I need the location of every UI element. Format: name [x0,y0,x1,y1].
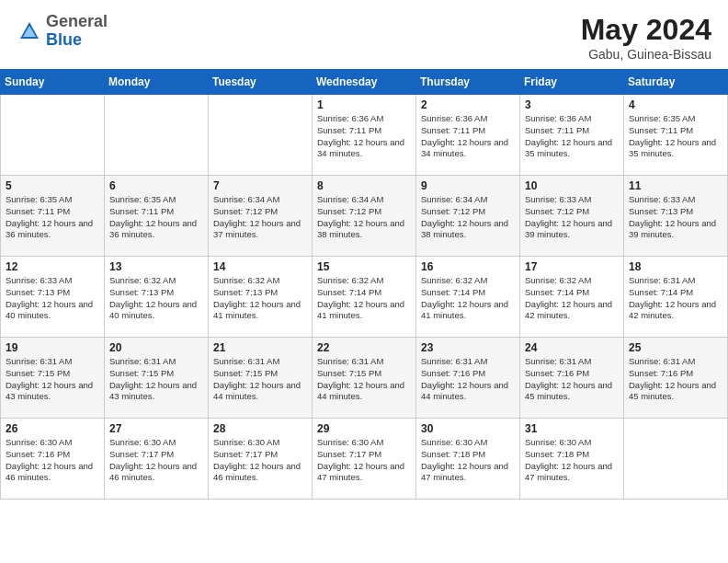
day-info: Sunrise: 6:35 AM Sunset: 7:11 PM Dayligh… [109,194,203,241]
day-info: Sunrise: 6:32 AM Sunset: 7:14 PM Dayligh… [525,275,619,322]
day-cell-24: 24Sunrise: 6:31 AM Sunset: 7:16 PM Dayli… [520,338,624,419]
day-info: Sunrise: 6:30 AM Sunset: 7:16 PM Dayligh… [6,437,99,484]
day-number: 19 [6,341,99,354]
day-number: 10 [525,179,619,192]
day-number: 14 [213,260,307,273]
day-cell-12: 12Sunrise: 6:33 AM Sunset: 7:13 PM Dayli… [1,257,105,338]
day-number: 24 [525,341,619,354]
day-number: 11 [629,179,722,192]
week-row-2: 5Sunrise: 6:35 AM Sunset: 7:11 PM Daylig… [1,176,728,257]
day-info: Sunrise: 6:30 AM Sunset: 7:17 PM Dayligh… [109,437,203,484]
empty-cell [1,95,105,176]
empty-cell [209,95,313,176]
day-cell-1: 1Sunrise: 6:36 AM Sunset: 7:11 PM Daylig… [313,95,416,176]
day-cell-27: 27Sunrise: 6:30 AM Sunset: 7:17 PM Dayli… [105,419,209,500]
day-info: Sunrise: 6:30 AM Sunset: 7:18 PM Dayligh… [525,437,619,484]
day-info: Sunrise: 6:32 AM Sunset: 7:14 PM Dayligh… [421,275,515,322]
day-cell-20: 20Sunrise: 6:31 AM Sunset: 7:15 PM Dayli… [105,338,209,419]
day-cell-17: 17Sunrise: 6:32 AM Sunset: 7:14 PM Dayli… [520,257,624,338]
day-cell-25: 25Sunrise: 6:31 AM Sunset: 7:16 PM Dayli… [624,338,728,419]
day-number: 8 [317,179,411,192]
day-info: Sunrise: 6:31 AM Sunset: 7:15 PM Dayligh… [6,356,99,403]
logo-general-text: General [46,12,108,30]
calendar-table: SundayMondayTuesdayWednesdayThursdayFrid… [0,69,728,500]
day-info: Sunrise: 6:34 AM Sunset: 7:12 PM Dayligh… [213,194,307,241]
day-number: 5 [6,179,99,192]
header-cell-sunday: Sunday [1,70,105,95]
day-info: Sunrise: 6:31 AM Sunset: 7:14 PM Dayligh… [629,275,722,322]
day-info: Sunrise: 6:32 AM Sunset: 7:13 PM Dayligh… [213,275,307,322]
day-number: 25 [629,341,722,354]
day-cell-14: 14Sunrise: 6:32 AM Sunset: 7:13 PM Dayli… [209,257,313,338]
week-row-5: 26Sunrise: 6:30 AM Sunset: 7:16 PM Dayli… [1,419,728,500]
day-info: Sunrise: 6:35 AM Sunset: 7:11 PM Dayligh… [6,194,99,241]
day-info: Sunrise: 6:31 AM Sunset: 7:16 PM Dayligh… [525,356,619,403]
day-number: 13 [109,260,203,273]
day-info: Sunrise: 6:31 AM Sunset: 7:16 PM Dayligh… [421,356,515,403]
day-cell-22: 22Sunrise: 6:31 AM Sunset: 7:15 PM Dayli… [313,338,416,419]
day-number: 12 [6,260,99,273]
day-cell-26: 26Sunrise: 6:30 AM Sunset: 7:16 PM Dayli… [1,419,105,500]
header-cell-friday: Friday [520,70,624,95]
day-cell-30: 30Sunrise: 6:30 AM Sunset: 7:18 PM Dayli… [416,419,520,500]
day-cell-16: 16Sunrise: 6:32 AM Sunset: 7:14 PM Dayli… [416,257,520,338]
day-info: Sunrise: 6:30 AM Sunset: 7:18 PM Dayligh… [421,437,515,484]
calendar-header: SundayMondayTuesdayWednesdayThursdayFrid… [1,70,728,95]
day-cell-19: 19Sunrise: 6:31 AM Sunset: 7:15 PM Dayli… [1,338,105,419]
day-cell-10: 10Sunrise: 6:33 AM Sunset: 7:12 PM Dayli… [520,176,624,257]
day-number: 17 [525,260,619,273]
day-cell-11: 11Sunrise: 6:33 AM Sunset: 7:13 PM Dayli… [624,176,728,257]
day-info: Sunrise: 6:30 AM Sunset: 7:17 PM Dayligh… [213,437,307,484]
day-number: 28 [213,422,307,435]
day-info: Sunrise: 6:32 AM Sunset: 7:14 PM Dayligh… [317,275,411,322]
week-row-1: 1Sunrise: 6:36 AM Sunset: 7:11 PM Daylig… [1,95,728,176]
day-number: 20 [109,341,203,354]
title-block: May 2024 Gabu, Guinea-Bissau [581,13,711,62]
day-cell-6: 6Sunrise: 6:35 AM Sunset: 7:11 PM Daylig… [105,176,209,257]
day-cell-5: 5Sunrise: 6:35 AM Sunset: 7:11 PM Daylig… [1,176,105,257]
day-cell-2: 2Sunrise: 6:36 AM Sunset: 7:11 PM Daylig… [416,95,520,176]
day-info: Sunrise: 6:36 AM Sunset: 7:11 PM Dayligh… [525,113,619,160]
day-info: Sunrise: 6:31 AM Sunset: 7:15 PM Dayligh… [109,356,203,403]
day-cell-9: 9Sunrise: 6:34 AM Sunset: 7:12 PM Daylig… [416,176,520,257]
calendar-title: May 2024 [581,13,711,47]
day-number: 9 [421,179,515,192]
day-info: Sunrise: 6:34 AM Sunset: 7:12 PM Dayligh… [421,194,515,241]
day-cell-15: 15Sunrise: 6:32 AM Sunset: 7:14 PM Dayli… [313,257,416,338]
day-cell-28: 28Sunrise: 6:30 AM Sunset: 7:17 PM Dayli… [209,419,313,500]
calendar-body: 1Sunrise: 6:36 AM Sunset: 7:11 PM Daylig… [1,95,728,500]
day-number: 29 [317,422,411,435]
day-number: 30 [421,422,515,435]
day-number: 7 [213,179,307,192]
day-number: 26 [6,422,99,435]
logo: General Blue [17,13,108,50]
day-number: 2 [421,98,515,111]
day-info: Sunrise: 6:36 AM Sunset: 7:11 PM Dayligh… [421,113,515,160]
day-cell-4: 4Sunrise: 6:35 AM Sunset: 7:11 PM Daylig… [624,95,728,176]
day-cell-3: 3Sunrise: 6:36 AM Sunset: 7:11 PM Daylig… [520,95,624,176]
day-info: Sunrise: 6:33 AM Sunset: 7:13 PM Dayligh… [629,194,722,241]
logo-icon [17,18,42,44]
day-cell-31: 31Sunrise: 6:30 AM Sunset: 7:18 PM Dayli… [520,419,624,500]
header-cell-tuesday: Tuesday [209,70,313,95]
day-number: 16 [421,260,515,273]
day-cell-29: 29Sunrise: 6:30 AM Sunset: 7:17 PM Dayli… [313,419,416,500]
day-number: 1 [317,98,411,111]
day-cell-13: 13Sunrise: 6:32 AM Sunset: 7:13 PM Dayli… [105,257,209,338]
day-cell-18: 18Sunrise: 6:31 AM Sunset: 7:14 PM Dayli… [624,257,728,338]
day-info: Sunrise: 6:32 AM Sunset: 7:13 PM Dayligh… [109,275,203,322]
empty-cell [624,419,728,500]
day-number: 23 [421,341,515,354]
day-info: Sunrise: 6:34 AM Sunset: 7:12 PM Dayligh… [317,194,411,241]
day-cell-21: 21Sunrise: 6:31 AM Sunset: 7:15 PM Dayli… [209,338,313,419]
week-row-3: 12Sunrise: 6:33 AM Sunset: 7:13 PM Dayli… [1,257,728,338]
day-info: Sunrise: 6:31 AM Sunset: 7:15 PM Dayligh… [317,356,411,403]
day-cell-8: 8Sunrise: 6:34 AM Sunset: 7:12 PM Daylig… [313,176,416,257]
day-number: 4 [629,98,722,111]
logo-blue-text: Blue [46,30,82,49]
day-number: 3 [525,98,619,111]
day-info: Sunrise: 6:33 AM Sunset: 7:12 PM Dayligh… [525,194,619,241]
week-row-4: 19Sunrise: 6:31 AM Sunset: 7:15 PM Dayli… [1,338,728,419]
day-info: Sunrise: 6:30 AM Sunset: 7:17 PM Dayligh… [317,437,411,484]
day-info: Sunrise: 6:31 AM Sunset: 7:16 PM Dayligh… [629,356,722,403]
